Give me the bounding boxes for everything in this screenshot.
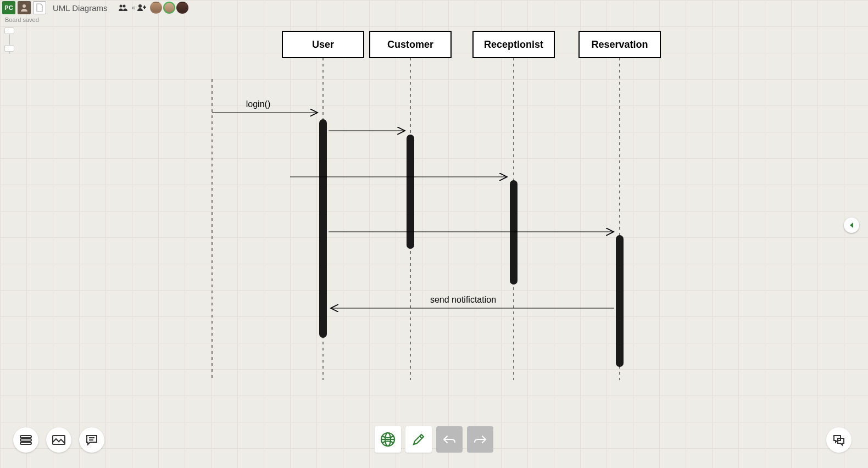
redo-button[interactable] (467, 426, 493, 453)
presence-avatar[interactable] (150, 2, 162, 14)
svg-point-1 (120, 5, 123, 8)
participant-label-receptionist: Receptionist (484, 39, 543, 50)
message-label-4: send notifictation (430, 295, 496, 304)
topbar: PC UML Diagrams « (0, 0, 191, 15)
collapse-icon[interactable]: « (131, 4, 133, 12)
zoom-slider[interactable] (4, 26, 14, 56)
activation-receptionist[interactable] (510, 180, 518, 285)
presence-avatar-active[interactable] (163, 2, 175, 14)
presence-avatars (150, 2, 188, 14)
svg-rect-5 (20, 439, 31, 441)
sequence-diagram[interactable]: UserCustomerReceptionistReservationlogin… (0, 0, 868, 468)
edit-button[interactable] (405, 426, 432, 453)
image-view-button[interactable] (46, 427, 71, 453)
activation-reservation[interactable] (616, 235, 624, 367)
list-view-button[interactable] (13, 427, 38, 453)
svg-point-2 (123, 5, 126, 8)
svg-line-13 (420, 436, 422, 438)
action-toolbar (375, 426, 493, 453)
user-initials-badge[interactable]: PC (2, 1, 15, 14)
expand-panel-button[interactable] (844, 218, 859, 233)
undo-button[interactable] (436, 426, 463, 453)
svg-rect-6 (20, 442, 31, 444)
participant-label-reservation: Reservation (591, 39, 648, 50)
add-user-icon[interactable] (136, 2, 148, 14)
document-title[interactable]: UML Diagrams (53, 3, 107, 13)
comment-view-button[interactable] (79, 427, 104, 453)
activation-user[interactable] (319, 119, 327, 338)
share-button[interactable] (375, 426, 401, 453)
save-status: Board saved (5, 16, 39, 23)
svg-rect-4 (20, 436, 31, 438)
view-controls (13, 427, 104, 453)
presence-avatar[interactable] (176, 2, 188, 14)
svg-point-0 (23, 4, 26, 8)
zoom-slider-thumb-bottom[interactable] (4, 45, 14, 52)
zoom-slider-thumb-top[interactable] (4, 27, 14, 34)
participant-label-user: User (312, 39, 334, 50)
participant-label-customer: Customer (387, 39, 433, 50)
participants-icon[interactable] (117, 2, 129, 14)
svg-point-3 (138, 4, 142, 8)
document-icon[interactable] (33, 1, 46, 14)
chat-button[interactable] (826, 427, 852, 453)
user-avatar-badge[interactable] (18, 1, 31, 14)
message-label-0: login() (246, 99, 270, 109)
